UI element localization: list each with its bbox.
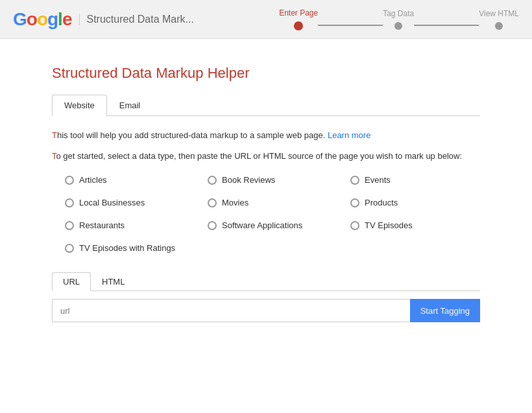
radio-circle [350,176,359,185]
app-title: Structured Data Mark... [79,14,193,25]
logo-o1: o [27,9,37,29]
radio-label: Products [365,198,398,207]
radio-circle [208,176,217,185]
radio-circle [65,176,74,185]
radio-circle [65,198,74,207]
learn-more-link[interactable]: Learn more [328,130,370,140]
data-type-options: Articles Book Reviews Events Local Busin… [65,175,480,253]
radio-label: Movies [222,198,248,207]
input-tab-html[interactable]: HTML [91,272,136,291]
radio-option-events[interactable]: Events [350,175,493,185]
radio-option-software-applications[interactable]: Software Applications [208,220,350,230]
radio-option-restaurants[interactable]: Restaurants [65,220,208,230]
radio-circle [208,221,217,230]
desc1-T: T [52,130,57,140]
step-view-html-dot [495,22,503,30]
step-line-1 [318,25,383,26]
radio-label: TV Episodes [365,220,413,230]
radio-label: Events [365,175,391,185]
description-2: To get started, select a data type, then… [52,150,480,163]
radio-circle [65,244,74,253]
logo-l: l [58,9,62,29]
step-tag-data-label: Tag Data [383,9,414,18]
radio-label: Local Businesses [79,198,145,207]
radio-label: TV Episodes with Ratings [79,243,175,253]
radio-option-book-reviews[interactable]: Book Reviews [208,175,350,185]
step-enter-page-label: Enter Page [279,8,318,18]
google-logo: Google [13,9,71,30]
radio-circle [350,221,359,230]
step-enter-page-dot [294,21,303,30]
radio-circle [350,198,359,207]
logo-e: e [62,9,72,29]
radio-option-articles[interactable]: Articles [65,175,208,185]
radio-label: Book Reviews [222,175,275,185]
page-heading: Structured Data Markup Helper [52,65,480,82]
radio-option-tv-episodes[interactable]: TV Episodes [350,220,493,230]
step-line-2 [414,25,479,26]
tab-website[interactable]: Website [52,95,107,116]
input-tab-url[interactable]: URL [52,272,91,291]
radio-option-movies[interactable]: Movies [208,198,350,207]
radio-option-products[interactable]: Products [350,198,493,207]
logo-g2: g [47,9,58,29]
radio-circle [208,198,217,207]
step-view-html-label: View HTML [479,9,519,18]
start-tagging-button[interactable]: Start Tagging [410,299,480,322]
step-tag-data: Tag Data [383,9,414,30]
tab-email[interactable]: Email [107,95,153,116]
description-1: This tool will help you add structured-d… [52,129,480,142]
progress-steps: Enter Page Tag Data View HTML [279,8,519,30]
app-header: Google Structured Data Mark... Enter Pag… [0,0,532,39]
website-email-tabs: Website Email [52,95,480,116]
radio-option-tv-episodes-with-ratings[interactable]: TV Episodes with Ratings [65,243,208,253]
radio-label: Articles [79,175,107,185]
logo-o2: o [37,9,47,29]
url-input[interactable] [52,299,410,322]
desc1-text: his tool will help you add structured-da… [57,130,325,140]
radio-option-local-businesses[interactable]: Local Businesses [65,198,208,207]
logo-area: Google Structured Data Mark... [13,9,194,30]
url-input-row: Start Tagging [52,299,480,322]
radio-label: Software Applications [222,220,302,230]
url-html-tabs: URL HTML [52,272,480,291]
logo-g: G [13,9,27,29]
step-tag-data-dot [394,22,402,30]
main-content: Structured Data Markup Helper Website Em… [0,39,532,348]
step-enter-page: Enter Page [279,8,318,30]
step-view-html: View HTML [479,9,519,30]
radio-circle [65,221,74,230]
radio-label: Restaurants [79,220,125,230]
desc2-text: o get started, select a data type, then … [56,151,463,161]
